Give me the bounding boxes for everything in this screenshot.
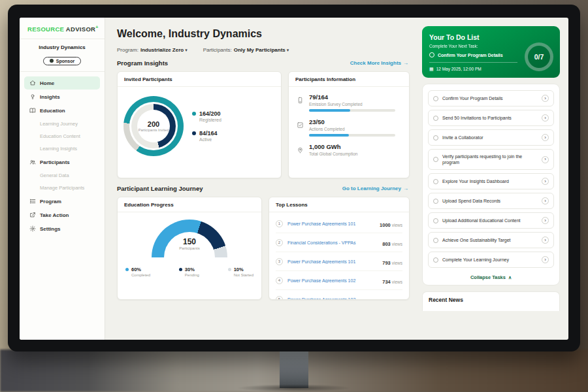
participants-filter-value: Only My Participants [234, 47, 286, 53]
monitor-stand-shadow [237, 384, 351, 392]
sponsor-badge[interactable]: Sponsor [43, 57, 81, 65]
sidebar-item-take-action[interactable]: Take Action [24, 208, 100, 221]
task-row[interactable]: Confirm Your Program Details › [428, 90, 554, 106]
dashboard-screen: RESOURCE ADVISOR+ Industry Dynamics Spon… [20, 18, 568, 340]
participants-filter[interactable]: Participants:Only My Participants▾ [203, 47, 289, 53]
next-task-label: Confirm Your Program Details [438, 53, 503, 57]
home-icon [29, 80, 36, 86]
legend-item-not-started: 10% Not Started [228, 267, 253, 277]
todo-panel: Your To Do List Complete Your Next Task:… [419, 18, 568, 340]
sidebar-item-label: General Data [40, 172, 69, 178]
filter-bar: Program:Industrialize Zero▾ Participants… [117, 47, 410, 53]
page-title: Welcome, Industry Dynamics [117, 28, 410, 40]
sidebar-item-settings[interactable]: Settings [24, 222, 100, 235]
chevron-right-icon[interactable]: › [542, 156, 549, 163]
invited-donut-chart: 200 Participants Invited [123, 96, 184, 156]
collapse-tasks-link[interactable]: Collapse Tasks∧ [428, 271, 554, 283]
chevron-down-icon: ▾ [185, 48, 188, 52]
task-checkbox[interactable] [433, 218, 438, 223]
sidebar-item-learning-insights[interactable]: Learning Insights [24, 142, 100, 155]
lesson-link[interactable]: Financial Considerations - VPPAs [287, 240, 378, 245]
main-content: Welcome, Industry Dynamics Program:Indus… [105, 18, 419, 340]
sidebar-item-participants[interactable]: Participants [24, 155, 100, 169]
lesson-link[interactable]: Power Purchase Agreements 101 [287, 259, 378, 264]
sidebar-item-label: Insights [40, 94, 60, 100]
program-insights-header: Program Insights Check More Insights→ [117, 59, 408, 67]
org-block: Industry Dynamics Sponsor [20, 39, 105, 72]
todo-progress-value: 0/7 [534, 53, 544, 61]
task-row[interactable]: Verify participants requesting to join t… [428, 149, 554, 170]
chevron-right-icon[interactable]: › [542, 197, 549, 204]
sidebar-item-education-content[interactable]: Education Content [24, 130, 100, 142]
task-checkbox[interactable] [433, 199, 438, 204]
due-date: 12 May 2025, 12:00 PM [436, 67, 482, 71]
legend-item-completed: 60% Completed [125, 267, 150, 277]
survey-icon [297, 95, 304, 102]
chevron-right-icon[interactable]: › [542, 95, 549, 102]
lesson-link[interactable]: Power Purchase Agreements 102 [287, 278, 378, 283]
program-filter[interactable]: Program:Industrialize Zero▾ [117, 47, 188, 53]
education-progress-card: Education Progress 150 Participants [117, 197, 262, 300]
legend-dot [228, 268, 231, 271]
chevron-right-icon[interactable]: › [542, 237, 549, 244]
task-list-card: Confirm Your Program Details › Send 50 I… [422, 84, 560, 286]
task-checkbox[interactable] [433, 135, 438, 140]
sponsor-icon [50, 59, 54, 63]
action-arrow-icon [29, 212, 36, 218]
task-row[interactable]: Complete Your Learning Journey › [428, 252, 554, 268]
chevron-right-icon[interactable]: › [542, 217, 549, 224]
card-title: Invited Participants [118, 72, 281, 87]
sidebar-item-insights[interactable]: Insights [24, 90, 100, 103]
sidebar-nav: Home Insights Education Learning Journey… [20, 72, 105, 240]
todo-summary-card: Your To Do List Complete Your Next Task:… [422, 26, 560, 78]
task-row[interactable]: Explore Your Insights Dashboard › [428, 173, 554, 189]
task-checkbox[interactable] [433, 257, 438, 263]
lesson-link[interactable]: Power Purchase Agreements 103 [287, 297, 378, 301]
legend-item-pending: 30% Pending [179, 267, 199, 277]
lesson-row[interactable]: 3 Power Purchase Agreements 101 793views [276, 252, 402, 271]
legend-item-registered: 164/200 Registered [192, 110, 221, 122]
recent-news-header: Recent News [422, 291, 560, 311]
sidebar-item-home[interactable]: Home [24, 76, 100, 90]
sidebar-item-manage-participants[interactable]: Manage Participants [24, 182, 100, 194]
calendar-icon: ▦ [429, 67, 434, 71]
task-row[interactable]: Send 50 Invitations to Participants › [428, 110, 554, 126]
location-pin-icon [297, 144, 304, 152]
sponsor-badge-label: Sponsor [56, 59, 74, 63]
lesson-row[interactable]: 4 Power Purchase Agreements 102 734views [276, 271, 402, 290]
sidebar-item-learning-journey[interactable]: Learning Journey [24, 118, 100, 130]
sidebar-item-education[interactable]: Education [24, 104, 100, 117]
chevron-right-icon[interactable]: › [542, 178, 549, 185]
sidebar-item-label: Program [40, 199, 61, 204]
task-row[interactable]: Achieve One Sustainability Target › [428, 232, 554, 248]
chevron-right-icon[interactable]: › [542, 114, 549, 122]
legend-dot [192, 131, 196, 135]
chevron-right-icon[interactable]: › [542, 134, 549, 141]
consumption-row: 1,000 GWh Total Global Consumption [297, 143, 401, 159]
donut-center-label: Participants Invited [139, 128, 169, 133]
go-to-learning-journey-link[interactable]: Go to Learning Journey→ [342, 186, 408, 191]
task-row[interactable]: Invite a Collaborator › [428, 129, 554, 146]
task-checkbox[interactable] [429, 52, 434, 57]
legend-dot [179, 268, 182, 271]
sidebar-item-label: Settings [40, 226, 61, 232]
task-checkbox[interactable] [433, 238, 438, 243]
sidebar-item-program[interactable]: Program [24, 195, 100, 208]
education-gauge-chart: 150 Participants [152, 220, 227, 257]
chevron-right-icon[interactable]: › [542, 256, 549, 263]
lesson-row[interactable]: 1 Power Purchase Agreements 101 1000view… [276, 214, 402, 233]
task-checkbox[interactable] [433, 157, 438, 162]
check-more-insights-link[interactable]: Check More Insights→ [350, 60, 408, 66]
task-checkbox[interactable] [433, 179, 438, 184]
task-row[interactable]: Upload Spend Data Records › [428, 193, 554, 209]
lesson-link[interactable]: Power Purchase Agreements 101 [287, 221, 375, 226]
task-row[interactable]: Upload Additional Educational Content › [428, 212, 554, 229]
task-checkbox[interactable] [433, 96, 438, 101]
todo-title: Your To Do List [429, 33, 553, 41]
sidebar-item-label: Home [40, 80, 54, 86]
lesson-row[interactable]: 5 Power Purchase Agreements 103 600views [276, 290, 402, 300]
sidebar-item-general-data[interactable]: General Data [24, 169, 100, 182]
gauge-center-label: Participants [152, 246, 227, 250]
lesson-row[interactable]: 2 Financial Considerations - VPPAs 803vi… [276, 233, 402, 252]
task-checkbox[interactable] [433, 116, 438, 121]
